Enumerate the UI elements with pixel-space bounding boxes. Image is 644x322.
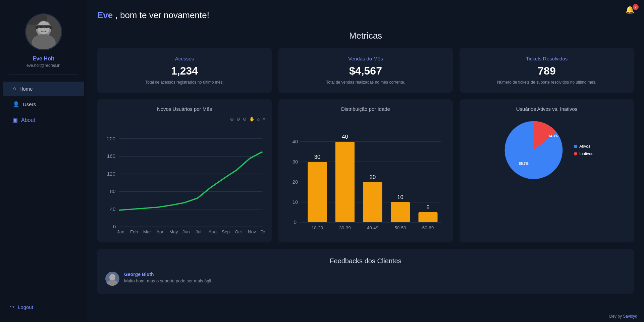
line-chart-card: Novos Usuários por Mês ⊕ ⊖ ⊙ ✋ ⌂ ≡ 0 40 … [97,99,272,242]
svg-text:80: 80 [110,188,116,194]
svg-text:50-59: 50-59 [394,225,406,230]
dev-prefix: Dev by [609,314,623,319]
svg-text:0: 0 [113,224,116,229]
about-icon: ▣ [13,117,18,123]
feedback-item: George Bluth Muito bom, mas o suporte po… [105,272,626,286]
svg-text:85.7%: 85.7% [519,162,529,166]
svg-rect-44 [308,162,327,222]
svg-text:18-29: 18-29 [312,225,323,230]
user-name: Eve Holt [33,56,54,62]
metric-card-tickets: Tickets Resolvidos 789 Número de tickets… [460,48,634,93]
svg-rect-9 [37,25,50,28]
svg-text:120: 120 [107,171,115,177]
legend-label-ativos: Ativos [579,144,590,149]
sidebar-item-users[interactable]: 👤 Users [3,97,84,111]
svg-text:Sep: Sep [222,229,230,234]
metric-card-acessos: Acessos 1,234 Total de acessos registrad… [97,48,272,93]
svg-rect-53 [391,202,410,222]
user-email: eve.holt@reqres.in [26,63,60,68]
metric-desc: Número de tickets de suporte resolvidos … [466,80,627,85]
sidebar-item-label: About [21,117,35,123]
feedback-text: Muito bom, mas o suporte pode ser mais á… [124,278,212,283]
avatar [25,13,62,50]
metrics-row: Acessos 1,234 Total de acessos registrad… [97,48,634,93]
svg-text:10: 10 [292,199,298,205]
chart-control-menu[interactable]: ≡ [262,117,265,122]
svg-text:30-39: 30-39 [339,225,351,230]
greeting-name: Eve [97,10,113,20]
metric-label: Tickets Resolvidos [466,56,627,61]
svg-text:Aug: Aug [209,229,217,234]
line-chart-title: Novos Usuários por Mês [104,106,265,112]
svg-text:Dec: Dec [261,229,265,234]
feedback-author: George Bluth [124,272,212,277]
chart-control-zoom-out[interactable]: ⊖ [236,117,240,122]
legend-dot-ativos [574,145,577,148]
metric-card-vendas: Vendas do Mês $4,567 Total de vendas rea… [278,48,453,93]
logout-icon: ↪ [10,304,14,310]
svg-text:Mar: Mar [143,229,151,234]
dev-name: Savioyd [623,314,637,319]
svg-text:Jul: Jul [196,229,201,234]
feedback-title: Feedbacks dos Clientes [105,257,626,265]
svg-text:20: 20 [370,174,376,180]
svg-rect-47 [335,142,355,222]
svg-text:40-49: 40-49 [367,225,379,230]
sidebar-item-home[interactable]: ⌂ Home [3,82,84,96]
svg-text:10: 10 [397,194,403,200]
svg-text:Jun: Jun [182,229,190,234]
feedback-section: Feedbacks dos Clientes George Bluth Muit… [97,249,634,294]
sidebar-divider [9,75,78,75]
pie-chart-container: 14.3% 85.7% Ativos Inativos [466,117,627,184]
svg-text:40: 40 [342,134,348,140]
bar-chart-svg: 0 10 20 30 40 30 18-29 40 30-39 20 40-49 [285,117,446,232]
feedback-avatar [105,272,119,286]
svg-point-63 [109,274,115,281]
svg-text:5: 5 [426,204,429,210]
bar-chart-title: Distribuição por Idade [285,106,446,112]
svg-rect-50 [363,182,382,222]
metric-desc: Total de vendas realizadas no mês corren… [285,80,446,85]
sidebar-item-about[interactable]: ▣ About [3,113,84,127]
metric-value: $4,567 [285,65,446,77]
bar-chart-card: Distribuição por Idade 0 10 20 30 40 [278,99,453,242]
line-chart-svg: 0 40 80 120 160 200 Jan Feb [104,124,265,234]
metric-value: 789 [466,65,627,77]
metric-label: Acessos [104,56,265,61]
svg-text:40: 40 [110,206,116,212]
svg-text:Oct: Oct [235,229,242,234]
svg-text:May: May [169,229,178,234]
pie-chart-title: Usuários Ativos vs. Inativos [466,106,627,112]
svg-text:30: 30 [314,154,320,160]
feedback-content: George Bluth Muito bom, mas o suporte po… [124,272,212,283]
svg-text:14.3%: 14.3% [548,134,558,138]
svg-text:60-69: 60-69 [422,225,434,230]
svg-text:160: 160 [107,153,115,159]
charts-row: Novos Usuários por Mês ⊕ ⊖ ⊙ ✋ ⌂ ≡ 0 40 … [97,99,634,242]
svg-text:200: 200 [107,136,115,141]
pie-chart-card: Usuários Ativos vs. Inativos [460,99,634,242]
svg-text:30: 30 [292,159,298,165]
svg-text:40: 40 [292,139,298,144]
chart-control-home[interactable]: ⌂ [257,117,260,122]
pie-legend: Ativos Inativos [574,144,593,156]
greeting: Eve , bom te ver novamente! [97,10,634,20]
main-content: Eve , bom te ver novamente! Metricas Ace… [87,0,644,322]
chart-control-reset[interactable]: ⊙ [243,117,247,122]
legend-label-inativos: Inativos [579,151,593,156]
notification-badge: 2 [633,4,639,10]
legend-dot-inativos [574,152,577,155]
chart-control-pan[interactable]: ✋ [249,117,255,122]
home-icon: ⌂ [13,86,16,92]
svg-text:Jan: Jan [117,229,124,234]
users-icon: 👤 [13,101,19,107]
svg-text:Apr: Apr [156,229,164,234]
sidebar-item-label: Home [19,86,33,92]
logout-label: Logout [18,304,33,310]
chart-control-zoom-in[interactable]: ⊕ [230,117,234,122]
notification-bell[interactable]: 🔔 2 [625,5,637,17]
pie-chart-svg: 14.3% 85.7% [500,117,567,184]
logout-button[interactable]: ↪ Logout [0,298,87,315]
svg-text:0: 0 [294,219,297,225]
metrics-section-title: Metricas [97,31,634,41]
